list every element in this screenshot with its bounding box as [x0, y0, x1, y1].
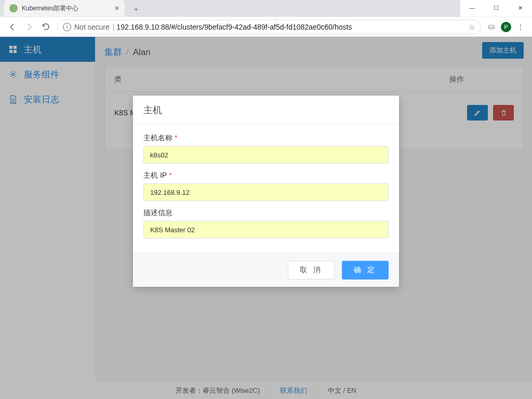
cancel-label: 取 消 — [300, 265, 323, 275]
close-tab-icon[interactable]: ✕ — [114, 5, 119, 12]
url-text: 192.168.9.10:88/#/clusters/9befacf9-42ad… — [116, 23, 466, 31]
host-desc-label: 描述信息 — [143, 208, 389, 218]
host-ip-label: 主机 IP* — [143, 171, 389, 180]
tab-strip: Kubernetes部署中心 ✕ ＋ — [0, 0, 460, 17]
label-text: 主机名称 — [143, 134, 172, 142]
browser-tab[interactable]: Kubernetes部署中心 ✕ — [4, 0, 125, 17]
info-icon: i — [63, 23, 71, 31]
new-tab-button[interactable]: ＋ — [129, 2, 143, 17]
address-bar: i Not secure | 192.168.9.10:88/#/cluster… — [0, 17, 532, 37]
avatar-letter: P — [501, 22, 511, 32]
window-controls: — ☐ ✕ — [460, 0, 532, 17]
form-group-ip: 主机 IP* — [143, 171, 389, 201]
form-group-desc: 描述信息 — [143, 208, 389, 238]
host-name-label: 主机名称* — [143, 134, 389, 143]
window-titlebar: Kubernetes部署中心 ✕ ＋ — ☐ ✕ — [0, 0, 532, 17]
confirm-button[interactable]: 确 定 — [342, 261, 389, 280]
profile-avatar[interactable]: P — [499, 20, 513, 34]
kebab-menu-icon[interactable]: ⋮ — [513, 20, 528, 34]
url-box[interactable]: i Not secure | 192.168.9.10:88/#/cluster… — [57, 20, 481, 34]
modal-footer: 取 消 确 定 — [133, 253, 399, 287]
confirm-label: 确 定 — [354, 265, 377, 275]
url-separator: | — [113, 23, 115, 31]
maximize-button[interactable]: ☐ — [484, 0, 508, 16]
app-root: 主机 服务组件 安装日志 集群 — [0, 37, 532, 399]
modal-body: 主机名称* 主机 IP* 描述信息 — [133, 124, 399, 253]
minimize-button[interactable]: — — [460, 0, 484, 16]
window-close-button[interactable]: ✕ — [508, 0, 532, 16]
host-name-input[interactable] — [143, 146, 389, 164]
cancel-button[interactable]: 取 消 — [288, 261, 335, 280]
bookmark-star-icon[interactable]: ☆ — [469, 23, 475, 31]
reload-button[interactable] — [38, 20, 53, 34]
label-text: 主机 IP — [143, 171, 167, 179]
host-modal: 主机 主机名称* 主机 IP* 描述信息 — [133, 96, 399, 287]
host-ip-input[interactable] — [143, 183, 389, 201]
back-button[interactable] — [5, 20, 20, 34]
forward-button[interactable] — [22, 20, 36, 34]
favicon-icon — [9, 4, 18, 12]
required-mark: * — [169, 171, 171, 179]
modal-title: 主机 — [133, 96, 399, 124]
form-group-name: 主机名称* — [143, 134, 389, 164]
required-mark: * — [175, 134, 177, 142]
host-desc-input[interactable] — [143, 221, 389, 238]
tab-title: Kubernetes部署中心 — [22, 4, 111, 13]
extension-icon[interactable] — [484, 20, 499, 34]
not-secure-label: Not secure — [74, 23, 110, 31]
